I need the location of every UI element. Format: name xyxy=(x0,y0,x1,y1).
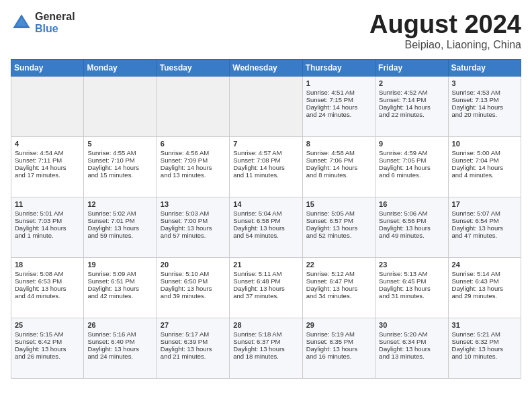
weekday-header: Friday xyxy=(375,59,448,76)
day-number: 12 xyxy=(87,200,152,208)
cell-info-line: Sunrise: 5:18 AM xyxy=(233,330,298,338)
logo-blue: Blue xyxy=(35,23,75,35)
cell-info-line: Sunset: 7:04 PM xyxy=(452,156,517,164)
cell-info-line: Sunrise: 5:08 AM xyxy=(15,270,80,277)
cell-info-line: Daylight: 13 hours xyxy=(15,345,80,353)
cell-info-line: Daylight: 13 hours xyxy=(306,285,371,292)
cell-info-line: Daylight: 14 hours xyxy=(233,164,298,171)
calendar-cell: 20Sunrise: 5:10 AMSunset: 6:50 PMDayligh… xyxy=(157,257,229,318)
cell-info-line: Sunrise: 5:09 AM xyxy=(87,270,152,277)
cell-info-line: and 15 minutes. xyxy=(87,171,152,179)
cell-info-line: Sunset: 7:11 PM xyxy=(15,156,80,164)
calendar-cell xyxy=(11,76,84,136)
cell-info-line: Sunrise: 5:01 AM xyxy=(15,210,80,217)
day-number: 22 xyxy=(306,261,371,269)
day-number: 2 xyxy=(379,79,444,87)
calendar-week-row: 25Sunrise: 5:15 AMSunset: 6:42 PMDayligh… xyxy=(11,318,521,378)
day-number: 9 xyxy=(379,140,444,148)
calendar-cell: 21Sunrise: 5:11 AMSunset: 6:48 PMDayligh… xyxy=(230,257,302,318)
calendar-week-row: 11Sunrise: 5:01 AMSunset: 7:03 PMDayligh… xyxy=(11,197,521,257)
cell-info-line: and 52 minutes. xyxy=(306,232,371,239)
cell-info-line: Sunrise: 5:20 AM xyxy=(379,330,444,338)
cell-info-line: and 13 minutes. xyxy=(161,171,226,179)
calendar-cell: 30Sunrise: 5:20 AMSunset: 6:34 PMDayligh… xyxy=(375,318,448,378)
cell-info-line: and 20 minutes. xyxy=(452,111,517,118)
calendar-cell: 7Sunrise: 4:57 AMSunset: 7:08 PMDaylight… xyxy=(230,136,302,197)
calendar-cell: 10Sunrise: 5:00 AMSunset: 7:04 PMDayligh… xyxy=(448,136,521,197)
cell-info-line: Sunrise: 5:19 AM xyxy=(306,330,371,338)
cell-info-line: and 8 minutes. xyxy=(306,171,371,179)
cell-info-line: Daylight: 14 hours xyxy=(379,103,444,111)
cell-info-line: Sunrise: 5:02 AM xyxy=(87,210,152,217)
calendar-week-row: 4Sunrise: 4:54 AMSunset: 7:11 PMDaylight… xyxy=(11,136,521,197)
cell-info-line: and 42 minutes. xyxy=(87,292,152,300)
day-number: 5 xyxy=(87,140,152,148)
cell-info-line: and 18 minutes. xyxy=(233,353,298,360)
cell-info-line: Sunset: 6:56 PM xyxy=(379,217,444,224)
day-number: 29 xyxy=(306,321,371,329)
cell-info-line: Daylight: 13 hours xyxy=(452,345,517,353)
calendar-cell: 1Sunrise: 4:51 AMSunset: 7:15 PMDaylight… xyxy=(302,76,375,136)
day-number: 6 xyxy=(161,140,226,148)
cell-info-line: Sunrise: 5:10 AM xyxy=(161,270,226,277)
cell-info-line: Sunset: 6:34 PM xyxy=(379,338,444,345)
day-number: 31 xyxy=(452,321,517,329)
cell-info-line: Sunset: 6:35 PM xyxy=(306,338,371,345)
cell-info-line: Sunrise: 5:00 AM xyxy=(452,149,517,156)
day-number: 21 xyxy=(233,261,298,269)
cell-info-line: Sunset: 7:14 PM xyxy=(379,96,444,103)
cell-info-line: Sunset: 6:43 PM xyxy=(452,277,517,285)
cell-info-line: Sunset: 6:32 PM xyxy=(452,338,517,345)
day-number: 8 xyxy=(306,140,371,148)
calendar-cell: 25Sunrise: 5:15 AMSunset: 6:42 PMDayligh… xyxy=(11,318,84,378)
cell-info-line: Sunrise: 4:51 AM xyxy=(306,89,371,96)
cell-info-line: Sunrise: 5:03 AM xyxy=(161,210,226,217)
cell-info-line: Daylight: 13 hours xyxy=(306,224,371,232)
cell-info-line: Sunrise: 5:17 AM xyxy=(161,330,226,338)
cell-info-line: Daylight: 13 hours xyxy=(233,224,298,232)
cell-info-line: Sunrise: 4:58 AM xyxy=(306,149,371,156)
cell-info-line: Daylight: 14 hours xyxy=(306,103,371,111)
day-number: 23 xyxy=(379,261,444,269)
cell-info-line: Sunrise: 5:13 AM xyxy=(379,270,444,277)
cell-info-line: Sunset: 6:58 PM xyxy=(233,217,298,224)
cell-info-line: Sunrise: 4:52 AM xyxy=(379,89,444,96)
cell-info-line: Sunrise: 4:57 AM xyxy=(233,149,298,156)
cell-info-line: Sunset: 6:37 PM xyxy=(233,338,298,345)
calendar-cell: 18Sunrise: 5:08 AMSunset: 6:53 PMDayligh… xyxy=(11,257,84,318)
day-number: 28 xyxy=(233,321,298,329)
cell-info-line: Sunset: 6:47 PM xyxy=(306,277,371,285)
cell-info-line: Daylight: 13 hours xyxy=(379,345,444,353)
weekday-header: Sunday xyxy=(11,59,84,76)
cell-info-line: Sunset: 7:03 PM xyxy=(15,217,80,224)
weekday-header: Saturday xyxy=(448,59,521,76)
day-number: 20 xyxy=(161,261,226,269)
title-block: August 2024 Beipiao, Liaoning, China xyxy=(369,11,521,51)
calendar-cell: 14Sunrise: 5:04 AMSunset: 6:58 PMDayligh… xyxy=(230,197,302,257)
calendar-cell xyxy=(84,76,157,136)
day-number: 18 xyxy=(15,261,80,269)
weekday-header: Wednesday xyxy=(230,59,302,76)
calendar-week-row: 18Sunrise: 5:08 AMSunset: 6:53 PMDayligh… xyxy=(11,257,521,318)
logo: General Blue xyxy=(11,11,75,34)
cell-info-line: Daylight: 14 hours xyxy=(15,224,80,232)
cell-info-line: Daylight: 14 hours xyxy=(15,164,80,171)
cell-info-line: Daylight: 13 hours xyxy=(452,224,517,232)
calendar-cell: 17Sunrise: 5:07 AMSunset: 6:54 PMDayligh… xyxy=(448,197,521,257)
cell-info-line: and 26 minutes. xyxy=(15,353,80,360)
cell-info-line: and 4 minutes. xyxy=(452,171,517,179)
day-number: 24 xyxy=(452,261,517,269)
calendar-cell xyxy=(230,76,302,136)
cell-info-line: Sunset: 6:39 PM xyxy=(161,338,226,345)
cell-info-line: and 21 minutes. xyxy=(161,353,226,360)
cell-info-line: Sunset: 6:40 PM xyxy=(87,338,152,345)
cell-info-line: and 6 minutes. xyxy=(379,171,444,179)
cell-info-line: Sunrise: 5:12 AM xyxy=(306,270,371,277)
cell-info-line: Sunrise: 4:54 AM xyxy=(15,149,80,156)
cell-info-line: Daylight: 13 hours xyxy=(379,285,444,292)
cell-info-line: Sunset: 6:50 PM xyxy=(161,277,226,285)
cell-info-line: Daylight: 13 hours xyxy=(306,345,371,353)
cell-info-line: and 44 minutes. xyxy=(15,292,80,300)
cell-info-line: Sunrise: 5:05 AM xyxy=(306,210,371,217)
day-number: 26 xyxy=(87,321,152,329)
